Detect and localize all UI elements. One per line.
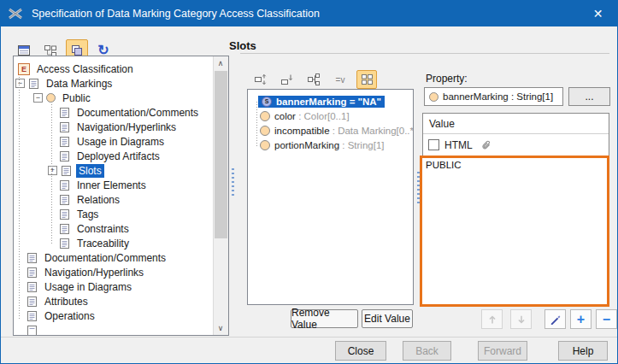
document-icon: [28, 78, 39, 90]
collapse-expander-icon[interactable]: −: [33, 93, 43, 103]
magicdraw-logo-icon: [9, 7, 22, 21]
move-down-button[interactable]: [510, 309, 532, 329]
element-tree-panel: E Access Classification − Data Markings …: [13, 56, 229, 336]
property-label: Property:: [426, 73, 468, 85]
slot-row-incompatible[interactable]: incompatible : Data Marking[0..*]: [248, 123, 413, 138]
slot-list: S bannerMarking = "NA" color : Color[0..…: [247, 89, 414, 305]
document-icon: [26, 281, 38, 293]
property-selector[interactable]: bannerMarking : String[1]: [424, 87, 563, 106]
value-editor[interactable]: PUBLIC: [420, 156, 609, 307]
tree-item-label: Deployed Artifacts: [74, 150, 162, 163]
collapse-expander-icon[interactable]: −: [15, 79, 25, 88]
document-icon: [26, 296, 38, 308]
tree-item[interactable]: Documentation/Comments: [14, 105, 214, 120]
tree-guide-line: [51, 104, 52, 245]
scrollbar-thumb[interactable]: [215, 71, 227, 238]
tree-item-label: Traceability: [74, 237, 132, 250]
tree-item[interactable]: Constraints: [14, 221, 214, 236]
tree-item-label: Public: [60, 91, 93, 105]
tree-item-label: Navigation/Hyperlinks: [74, 120, 179, 134]
tree-item[interactable]: Usage in Diagrams: [14, 279, 214, 294]
slot-row-portionmarking[interactable]: portionMarking : String[1]: [248, 138, 413, 152]
move-up-button[interactable]: [481, 309, 503, 329]
tree-item[interactable]: − Data Markings: [14, 76, 214, 91]
up-arrow-icon: [486, 314, 498, 326]
tree-item[interactable]: − Public: [14, 91, 214, 105]
list-guide-line: [256, 102, 257, 146]
tree-item-label: Slots: [76, 164, 104, 178]
edit-value-button[interactable]: Edit Value: [362, 309, 413, 328]
show-hierarchy-icon[interactable]: [303, 70, 324, 89]
property-icon: [260, 140, 270, 150]
paperclip-icon[interactable]: [480, 138, 493, 152]
remove-value-icon-button[interactable]: −: [596, 309, 617, 329]
tree-item-slots[interactable]: + Slots: [14, 163, 214, 178]
html-checkbox-label: HTML: [444, 139, 473, 151]
close-icon[interactable]: ✕: [579, 1, 617, 26]
tree-item-label: Constraints: [74, 222, 132, 236]
tree-item-label: Inner Elements: [74, 179, 149, 192]
property-icon: [260, 126, 270, 136]
tree-item-label: Documentation/Comments: [74, 106, 201, 120]
scroll-up-icon[interactable]: ∧: [214, 56, 227, 70]
document-icon: [26, 267, 38, 279]
collapse-all-icon[interactable]: [277, 70, 297, 89]
tree-item[interactable]: Documentation/Comments: [14, 250, 214, 265]
property-icon: [429, 92, 438, 102]
tree-item[interactable]: Inner Elements: [14, 178, 214, 192]
tree-item[interactable]: E Access Classification: [14, 62, 214, 76]
element-icon: E: [18, 63, 30, 75]
slot-row-bannermarking[interactable]: S bannerMarking = "NA": [248, 94, 413, 109]
pencil-icon: [549, 313, 562, 326]
remove-value-button[interactable]: Remove Value: [291, 309, 358, 328]
tree-item[interactable]: Navigation/Hyperlinks: [14, 265, 214, 279]
back-button[interactable]: Back: [403, 341, 451, 361]
window-title: Specification of Data Marking Category A…: [32, 8, 320, 20]
help-button[interactable]: Help: [558, 341, 608, 361]
footer-separator: [1, 337, 617, 338]
slot-row-color[interactable]: color : Color[0..1]: [248, 109, 413, 123]
minus-icon: −: [603, 313, 610, 326]
add-value-button[interactable]: +: [570, 309, 592, 329]
document-icon: [59, 208, 70, 220]
grid-view-icon[interactable]: [356, 70, 377, 89]
slot-icon: S: [262, 97, 272, 107]
tree-item[interactable]: Deployed Artifacts: [14, 149, 214, 163]
tree-item[interactable]: Usage in Diagrams: [14, 134, 214, 149]
expand-expander-icon[interactable]: +: [48, 166, 57, 175]
data-marking-icon: [46, 93, 56, 103]
slot-type: : String[1]: [339, 140, 384, 150]
scroll-down-icon[interactable]: ∨: [214, 321, 227, 335]
tree-item-label: Data Markings: [44, 77, 115, 91]
slot-name: incompatible: [274, 126, 330, 136]
header-separator: [240, 53, 609, 54]
panel-splitter-handle[interactable]: [232, 168, 234, 197]
edit-button[interactable]: [544, 309, 566, 329]
show-default-values-icon[interactable]: =v: [330, 70, 350, 89]
slot-type: : Data Marking[0..*]: [330, 126, 414, 136]
tree-item[interactable]: Traceability: [14, 236, 214, 250]
tree-item[interactable]: Navigation/Hyperlinks: [14, 120, 214, 134]
property-icon: [260, 111, 270, 121]
slot-name: color: [274, 111, 296, 121]
close-button[interactable]: Close: [335, 341, 386, 361]
browse-button[interactable]: ...: [568, 87, 610, 106]
expand-all-icon[interactable]: [250, 70, 271, 89]
tree-item[interactable]: Relations: [14, 192, 214, 207]
tree-item[interactable]: Operations: [14, 308, 214, 323]
tree-item[interactable]: Tags: [14, 207, 214, 221]
tree-item-label: Tags: [74, 208, 101, 221]
html-checkbox[interactable]: [428, 139, 439, 150]
document-icon: [59, 121, 70, 133]
slot-name: bannerMarking = "NA": [276, 97, 381, 107]
tree-scrollbar[interactable]: ∧ ∨: [213, 56, 228, 335]
titlebar[interactable]: Specification of Data Marking Category A…: [1, 1, 617, 26]
slots-panel-title: Slots: [229, 39, 256, 52]
tree-item[interactable]: Attributes: [14, 294, 214, 308]
tree-item-partial[interactable]: [14, 323, 214, 335]
tree-item-label: Relations: [74, 193, 122, 207]
forward-button[interactable]: Forward: [478, 341, 527, 361]
tree-item-label: Operations: [42, 309, 97, 323]
document-icon: [59, 238, 70, 250]
property-value: bannerMarking : String[1]: [443, 91, 553, 102]
